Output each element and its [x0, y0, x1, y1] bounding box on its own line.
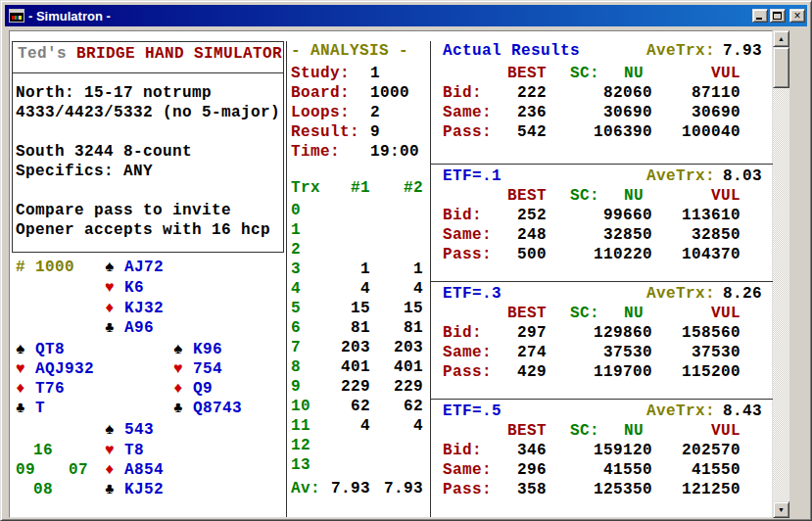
- scroll-down-button[interactable]: ▼: [773, 501, 789, 518]
- trx-row: 8401401: [291, 357, 423, 377]
- maximize-icon: [773, 12, 782, 20]
- vul-value: 121250: [652, 480, 740, 499]
- count-1: [317, 220, 370, 240]
- trx-num: 0: [291, 201, 317, 220]
- count-2: [370, 436, 423, 455]
- trx-num: 6: [291, 318, 317, 338]
- analysis-heading: - ANALYSIS -: [291, 41, 408, 61]
- club-icon: ♣: [105, 480, 124, 499]
- minimize-button[interactable]: [752, 9, 768, 23]
- trx-num: 13: [291, 455, 317, 475]
- trx-num: 2: [291, 240, 317, 260]
- trx-num: 11: [291, 416, 317, 436]
- close-icon: ×: [790, 10, 804, 22]
- scroll-up-button[interactable]: ▲: [773, 30, 789, 47]
- vul-value: 87110: [652, 83, 740, 103]
- sc-header: SC:: [547, 421, 599, 441]
- north-diamonds: ♦KJ32: [105, 299, 164, 318]
- best-value: 236: [504, 103, 547, 122]
- divider-middle-right: [430, 41, 431, 517]
- results-block-header: ETF=.1AveTrx:8.03: [443, 166, 762, 186]
- count-1: [317, 201, 370, 220]
- north-clubs: ♣A96: [105, 318, 154, 338]
- nu-value: 106390: [547, 122, 652, 142]
- divider-left-middle: [286, 41, 287, 517]
- vertical-scrollbar[interactable]: ▲ ▼: [773, 30, 789, 518]
- field-value: 2: [370, 104, 380, 121]
- title-bar[interactable]: - Simulatron - ×: [5, 5, 807, 26]
- spacer: [443, 304, 504, 323]
- vul-header: VUL: [644, 304, 740, 323]
- card-values: K96: [193, 341, 222, 358]
- field-value: 1000: [370, 84, 409, 102]
- spacer: [443, 421, 504, 441]
- trx-num: 1: [291, 220, 317, 240]
- nu-value: 119700: [547, 362, 652, 382]
- field-label: Time:: [291, 142, 370, 162]
- avetrx-value: 8.43: [715, 402, 762, 421]
- east-hearts: ♥754: [173, 359, 222, 379]
- results-divider: [430, 281, 774, 282]
- vul-value: 37530: [652, 343, 740, 362]
- description-line: 4333/4423/5332 (no 5-major): [16, 103, 280, 122]
- vul-header: VUL: [644, 64, 740, 83]
- vul-header: VUL: [644, 421, 740, 441]
- best-value: 248: [504, 225, 547, 245]
- average-2: 7.93: [370, 479, 423, 498]
- spade-icon: ♠: [105, 420, 124, 440]
- nu-value: 41550: [547, 460, 652, 480]
- vul-value: 30690: [652, 103, 740, 122]
- msdos-app-icon[interactable]: [9, 9, 24, 23]
- trx-row: 106262: [291, 397, 423, 416]
- maximize-button[interactable]: [770, 9, 786, 23]
- trx-row: 1: [291, 220, 423, 240]
- best-value: 296: [504, 460, 547, 480]
- count-1: 81: [317, 318, 370, 338]
- best-value: 542: [504, 122, 547, 142]
- club-icon: ♣: [105, 318, 124, 338]
- vul-value: 104370: [652, 245, 740, 264]
- sc-header: SC:: [547, 304, 599, 323]
- field-time: Time:19:00: [291, 142, 419, 162]
- trx-row: 1144: [291, 416, 423, 436]
- description-line: Specifics: ANY: [16, 162, 153, 181]
- best-header: BEST: [504, 421, 547, 441]
- count-2: 81: [370, 318, 423, 338]
- average-1: 7.93: [317, 479, 370, 498]
- close-button[interactable]: ×: [789, 9, 805, 23]
- west-diamonds: ♦T76: [16, 379, 65, 399]
- field-value: 1: [370, 65, 380, 82]
- trx-header-row: Trx#1#2: [291, 178, 423, 198]
- card-values: Q9: [193, 380, 213, 398]
- count-1: [317, 240, 370, 260]
- scrollbar-thumb[interactable]: [773, 47, 789, 88]
- msdos-icon-titlebar: [10, 10, 24, 13]
- field-label: Study:: [291, 64, 370, 83]
- results-column-headers: BESTSC:NUVUL: [443, 304, 740, 323]
- vul-value: 100040: [652, 122, 740, 142]
- content-area: Ted's BRIDGE HAND SIMULATOR North: 15-17…: [9, 30, 773, 518]
- trx-num: 4: [291, 279, 317, 299]
- row-label: Pass:: [443, 245, 504, 264]
- field-label: Result:: [291, 122, 370, 142]
- nu-value: 30690: [547, 103, 652, 122]
- card-values: T8: [124, 442, 144, 459]
- results-column-headers: BESTSC:NUVUL: [443, 421, 740, 441]
- row-label: Same:: [443, 103, 504, 122]
- sc-header: SC:: [547, 64, 599, 83]
- heart-icon: ♥: [173, 359, 193, 379]
- field-result: Result:9: [291, 122, 380, 142]
- card-values: 754: [193, 360, 222, 378]
- row-label: Same:: [443, 460, 504, 480]
- nu-value: 82060: [547, 83, 652, 103]
- nu-header: NU: [599, 304, 644, 323]
- results-column-headers: BESTSC:NUVUL: [443, 186, 740, 206]
- best-value: 297: [504, 323, 547, 343]
- trx-row: 2: [291, 240, 423, 260]
- results-row: Pass:429119700115200: [443, 362, 740, 382]
- description-line: South 3244 8-count: [16, 142, 192, 162]
- average-label: Av:: [291, 479, 317, 498]
- vul-value: 158560: [652, 323, 740, 343]
- best-header: BEST: [504, 304, 547, 323]
- avetrx-value: 8.03: [715, 166, 762, 186]
